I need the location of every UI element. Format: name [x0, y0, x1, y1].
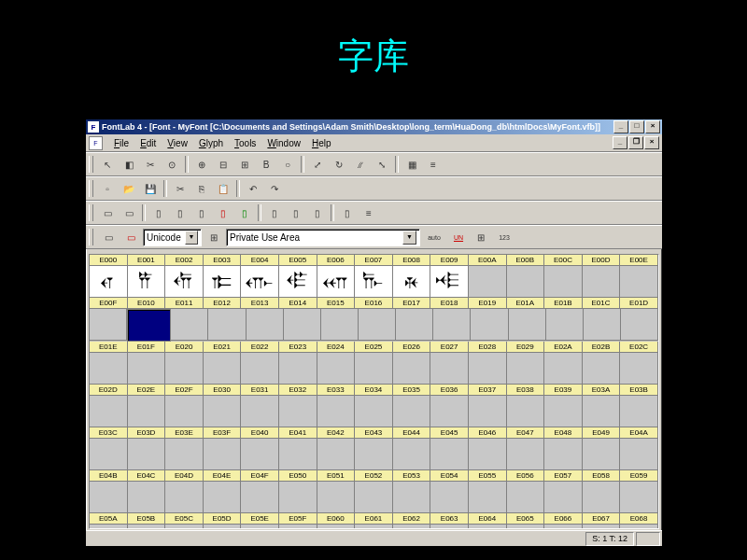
- arrow-tool-icon[interactable]: ↖: [97, 155, 118, 174]
- glyph-cell[interactable]: [128, 525, 166, 529]
- glyph-cell[interactable]: 𐎡: [128, 266, 166, 298]
- doc-icon[interactable]: F: [89, 136, 103, 150]
- glyph-cell[interactable]: 𐎩: [393, 266, 431, 298]
- num-button[interactable]: 123: [493, 228, 515, 246]
- glyph-cell[interactable]: [128, 396, 166, 427]
- grid-icon[interactable]: ▦: [402, 155, 422, 174]
- knife-tool-icon[interactable]: ✂: [140, 155, 161, 174]
- glyph-cell[interactable]: [317, 353, 356, 385]
- glyph-cell[interactable]: 𐎪: [430, 266, 469, 298]
- panel12-icon[interactable]: ≡: [359, 203, 379, 222]
- glyph-cell[interactable]: [247, 309, 284, 341]
- glyph-cell[interactable]: [430, 353, 469, 385]
- menu-glyph[interactable]: Glyph: [193, 137, 229, 149]
- panel5-icon[interactable]: ▯: [191, 203, 212, 222]
- glyph-cell[interactable]: [469, 439, 507, 470]
- glyph-cell[interactable]: [620, 439, 658, 470]
- rotate-icon[interactable]: ↻: [329, 155, 349, 174]
- glyph-cell[interactable]: [393, 396, 431, 427]
- glyph-cell[interactable]: [204, 353, 242, 385]
- glyph-cell[interactable]: [469, 266, 507, 298]
- menu-file[interactable]: File: [108, 137, 134, 149]
- glyph-cell[interactable]: [128, 439, 166, 470]
- new-icon[interactable]: ▫: [97, 179, 118, 198]
- mdi-restore-button[interactable]: ❐: [628, 136, 643, 149]
- bold-icon[interactable]: B: [256, 155, 276, 174]
- menu-view[interactable]: View: [162, 137, 193, 149]
- range-dropdown[interactable]: Private Use Area ▼: [226, 229, 420, 246]
- mode1-icon[interactable]: ▭: [98, 228, 119, 246]
- glyph-cell[interactable]: [165, 353, 204, 385]
- titlebar[interactable]: F FontLab 4 - [Font - MyFont [C:\Documen…: [86, 119, 662, 134]
- mode2-icon[interactable]: ▭: [120, 228, 141, 246]
- glyph-cell[interactable]: [393, 482, 431, 513]
- glyph-cell[interactable]: [204, 525, 242, 529]
- auto-button[interactable]: auto: [422, 228, 446, 246]
- glyph-cell[interactable]: 𐎦: [279, 266, 317, 298]
- glyph-cell[interactable]: [241, 525, 279, 529]
- glyph-cell[interactable]: [279, 396, 317, 427]
- glyph-cell[interactable]: [241, 396, 279, 427]
- maximize-button[interactable]: □: [629, 120, 644, 133]
- outline-icon[interactable]: ○: [277, 155, 298, 174]
- glyph-cell[interactable]: [620, 396, 658, 427]
- glyph-cell[interactable]: [171, 309, 208, 341]
- save-icon[interactable]: 💾: [140, 179, 161, 198]
- glyph-cell[interactable]: [430, 525, 469, 529]
- glyph-cell[interactable]: [583, 353, 621, 385]
- panel8-icon[interactable]: ▯: [264, 203, 285, 222]
- glyph-cell[interactable]: [507, 439, 545, 470]
- glyph-cell[interactable]: [204, 482, 242, 513]
- panel1-icon[interactable]: ▭: [97, 203, 118, 222]
- glyph-cell[interactable]: [90, 309, 127, 341]
- magnify-tool-icon[interactable]: ⊙: [162, 155, 182, 174]
- glyph-cell[interactable]: [509, 309, 546, 341]
- glyph-cell[interactable]: [469, 353, 507, 385]
- glyph-cell[interactable]: [583, 439, 621, 470]
- close-button[interactable]: ×: [645, 120, 660, 133]
- resize-grip[interactable]: [636, 532, 660, 546]
- panel10-icon[interactable]: ▯: [307, 203, 328, 222]
- glyph-cell[interactable]: [90, 439, 128, 470]
- glyph-cell[interactable]: [469, 525, 507, 529]
- glyph-cell[interactable]: [544, 396, 583, 427]
- glyph-cell[interactable]: [620, 353, 658, 385]
- glyph-cell[interactable]: [393, 353, 431, 385]
- scale-icon[interactable]: ⤡: [372, 155, 392, 174]
- glyph-cell[interactable]: [469, 396, 507, 427]
- glyph-cell[interactable]: [620, 525, 658, 529]
- glyph-cell[interactable]: [317, 525, 356, 529]
- glyph-cell[interactable]: [355, 396, 393, 427]
- glyph-cell[interactable]: [507, 525, 545, 529]
- glyph-cell[interactable]: [90, 482, 128, 513]
- glyph-cell[interactable]: [396, 309, 433, 341]
- glyph-cell[interactable]: 𐎣: [204, 266, 242, 298]
- glyph-cell[interactable]: [355, 482, 393, 513]
- glyph-cell[interactable]: [241, 482, 279, 513]
- menu-help[interactable]: Help: [306, 137, 337, 149]
- glyph-cell[interactable]: 𐎥: [241, 266, 279, 298]
- glyph-cell[interactable]: [279, 353, 317, 385]
- hmetrics-icon[interactable]: ⊟: [213, 155, 233, 174]
- glyph-cell[interactable]: [279, 439, 317, 470]
- menu-window[interactable]: Window: [261, 137, 306, 149]
- list-icon[interactable]: ≡: [423, 155, 444, 174]
- glyph-cell[interactable]: [355, 439, 393, 470]
- glyph-cell[interactable]: [241, 353, 279, 385]
- glyph-cell[interactable]: [544, 482, 583, 513]
- glyph-cell[interactable]: [317, 439, 356, 470]
- glyph-cell[interactable]: [241, 439, 279, 470]
- glyph-cell[interactable]: [583, 482, 621, 513]
- glyph-cell[interactable]: [317, 396, 356, 427]
- glyph-cell[interactable]: [469, 482, 507, 513]
- redo-icon[interactable]: ↷: [264, 179, 285, 198]
- glyph-cell[interactable]: [621, 309, 658, 341]
- glyph-cell[interactable]: [204, 396, 242, 427]
- glyph-cell[interactable]: [584, 309, 621, 341]
- panel2-icon[interactable]: ▭: [119, 203, 139, 222]
- glyph-cell[interactable]: [583, 396, 621, 427]
- glyph-cell[interactable]: [507, 266, 545, 298]
- glyph-cell[interactable]: [128, 482, 166, 513]
- un-button[interactable]: UN: [448, 228, 469, 246]
- glyph-cell[interactable]: [544, 439, 583, 470]
